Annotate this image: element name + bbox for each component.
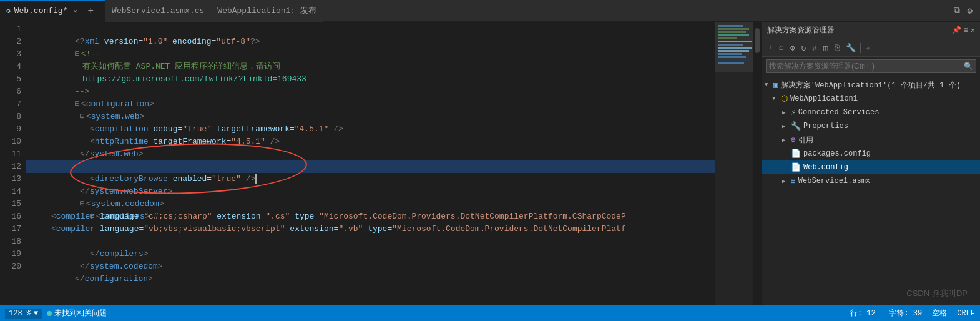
tab-publish[interactable]: WebApplication1: 发布 [211, 0, 323, 22]
code-lines[interactable]: <?xml version="1.0" encoding="utf-8"?> ⊟… [26, 22, 715, 305]
code-line-18: </compilers> [26, 235, 715, 248]
tree-connected-services[interactable]: ▶ ⚡ Connected Services [762, 106, 980, 119]
ln-14: 14 [0, 185, 21, 198]
search-icon: 🔍 [964, 62, 973, 71]
vertical-scrollbar[interactable] [753, 22, 762, 305]
code-line-6: ⊟<configuration> [26, 86, 715, 98]
encoding-indicator: CRLF [957, 309, 975, 318]
search-solution-explorer[interactable]: 🔍 [766, 59, 976, 73]
zoom-label: 128 % [9, 309, 31, 318]
wrench-icon[interactable]: 🔧 [844, 42, 858, 54]
ln-19: 19 [0, 248, 21, 260]
solution-explorer-title-bar: 解决方案资源管理器 📌 ≡ ✕ [762, 22, 980, 39]
web-config-icon: 📄 [791, 162, 801, 172]
code-line-1: <?xml version="1.0" encoding="utf-8"?> [26, 23, 715, 36]
tab-label-publish: WebApplication1: 发布 [217, 5, 316, 16]
arrow-properties: ▶ [782, 123, 788, 130]
status-message: 未找到相关问题 [54, 308, 107, 319]
tree-webservice1-asmx[interactable]: ▶ ⊞ WebService1.asmx [762, 174, 980, 188]
code-line-17: <compiler language="vb;vbs;visualbasic;v… [26, 223, 715, 235]
ln-3: 3 [0, 48, 21, 61]
row-col-indicator: 行: 12 字符: 39 [850, 308, 922, 319]
ln-20: 20 [0, 260, 21, 273]
code-line-14: ⊟<system.codedom> [26, 185, 715, 198]
arrow-references: ▶ [782, 137, 788, 144]
sync-icon[interactable]: ⇄ [810, 42, 819, 54]
tab-label-webservice: WebService1.asmx.cs [112, 6, 204, 16]
code-line-4: https://go.microsoft.com/fwlink/?LinkId=… [26, 61, 715, 73]
project-label: WebApplication1 [790, 94, 858, 103]
home-icon[interactable]: ⌂ [777, 42, 786, 53]
space-indicator: 空格 [932, 308, 947, 319]
solution-icon: ▣ [773, 80, 778, 90]
project-icon: ⬡ [781, 94, 788, 104]
settings-icon[interactable]: ⚙ [965, 4, 975, 17]
settings-icon[interactable]: ⚙ [788, 42, 797, 54]
tab-webservice[interactable]: WebService1.asmx.cs [105, 0, 211, 22]
pin-icon[interactable]: 📌 [952, 26, 961, 35]
solution-tree: ▼ ▣ 解决方案'WebApplication1'(1 个项目/共 1 个) ▼… [762, 76, 980, 305]
code-line-2: ⊟<!-- [26, 36, 715, 48]
new-tab-button[interactable]: + [82, 6, 99, 17]
code-line-9: <httpRuntime targetFramework="4.5.1" /> [26, 123, 715, 136]
main-layout: 1 2 3 4 5 6 7 8 9 10 11 12 13 14 15 16 1… [0, 22, 980, 305]
right-panel: 解决方案资源管理器 📌 ≡ ✕ + ⌂ ⚙ ↻ ⇄ ◫ ⎘ 🔧 ◂ 🔍 [762, 22, 980, 305]
panel-menu-icon[interactable]: ≡ [964, 26, 968, 35]
preview-icon[interactable]: ◫ [821, 42, 830, 54]
ln-1: 1 [0, 23, 21, 36]
status-circle-icon [47, 311, 52, 316]
minimap[interactable] [715, 22, 753, 305]
tab-webconfig[interactable]: ⚙ Web.config* ✕ + [0, 0, 105, 22]
tree-properties[interactable]: ▶ 🔧 Properties [762, 119, 980, 133]
ln-16: 16 [0, 210, 21, 223]
solution-label: 解决方案'WebApplication1'(1 个项目/共 1 个) [781, 80, 961, 91]
code-line-16: <compiler language="c#;cs;csharp" extens… [26, 210, 715, 223]
ln-2: 2 [0, 36, 21, 48]
solution-explorer-title: 解决方案资源管理器 [767, 25, 835, 36]
code-line-15: ⊟<compilers> [26, 198, 715, 210]
status-bar: 128 % ▼ 未找到相关问题 行: 12 字符: 39 空格 CRLF [0, 305, 980, 321]
refresh-icon[interactable]: ↻ [799, 42, 808, 54]
line-numbers: 1 2 3 4 5 6 7 8 9 10 11 12 13 14 15 16 1… [0, 22, 26, 305]
search-input[interactable] [769, 62, 964, 71]
ln-8: 8 [0, 111, 21, 123]
arrow-connected: ▶ [782, 109, 788, 116]
col-label: 字符: 39 [889, 309, 922, 318]
toolbar-separator [860, 43, 861, 53]
code-line-11: ⊟<system.webServer> [26, 148, 715, 160]
ln-4: 4 [0, 61, 21, 73]
editor-area[interactable]: 1 2 3 4 5 6 7 8 9 10 11 12 13 14 15 16 1… [0, 22, 762, 305]
tab-icon: ⚙ [6, 7, 11, 15]
panel-title-icons: 📌 ≡ ✕ [952, 26, 975, 35]
tree-packages-config[interactable]: ▶ 📄 packages.config [762, 147, 980, 160]
ln-10: 10 [0, 136, 21, 148]
tab-label: Web.config* [14, 6, 68, 16]
add-item-icon[interactable]: + [766, 42, 775, 53]
close-panel-icon[interactable]: ✕ [971, 26, 975, 35]
code-line-3: 有关如何配置 ASP.NET 应用程序的详细信息，请访问 [26, 48, 715, 61]
tab-close-webconfig[interactable]: ✕ [71, 7, 79, 16]
connected-services-label: Connected Services [798, 108, 880, 117]
code-line-10: </system.web> [26, 136, 715, 148]
ln-15: 15 [0, 198, 21, 210]
code-line-19: </system.codedom> [26, 248, 715, 260]
status-left: 128 % ▼ 未找到相关问题 [5, 308, 107, 319]
tree-project[interactable]: ▼ ⬡ WebApplication1 [762, 92, 980, 106]
zoom-control[interactable]: 128 % ▼ [5, 309, 42, 319]
packages-config-label: packages.config [803, 149, 871, 158]
expand-arrow: ▼ [765, 82, 771, 88]
properties-label: Properties [803, 122, 848, 131]
ln-11: 11 [0, 148, 21, 160]
code-line-12: <directoryBrowse enabled="true" /> [26, 160, 715, 173]
tree-web-config[interactable]: ▶ 📄 Web.config [762, 160, 980, 174]
scrollbar-thumb[interactable] [755, 28, 760, 53]
tree-solution-root[interactable]: ▼ ▣ 解决方案'WebApplication1'(1 个项目/共 1 个) [762, 78, 980, 92]
packages-config-icon: 📄 [791, 149, 801, 159]
status-indicator: 未找到相关问题 [47, 308, 107, 319]
panel-toolbar: + ⌂ ⚙ ↻ ⇄ ◫ ⎘ 🔧 ◂ [762, 39, 980, 57]
ln-13: 13 [0, 173, 21, 185]
webservice-label: WebService1.asmx [798, 177, 870, 185]
tree-references[interactable]: ▶ ⊕ 引用 [762, 133, 980, 147]
copy-icon[interactable]: ⎘ [833, 42, 841, 53]
split-icon[interactable]: ⧉ [951, 4, 963, 17]
